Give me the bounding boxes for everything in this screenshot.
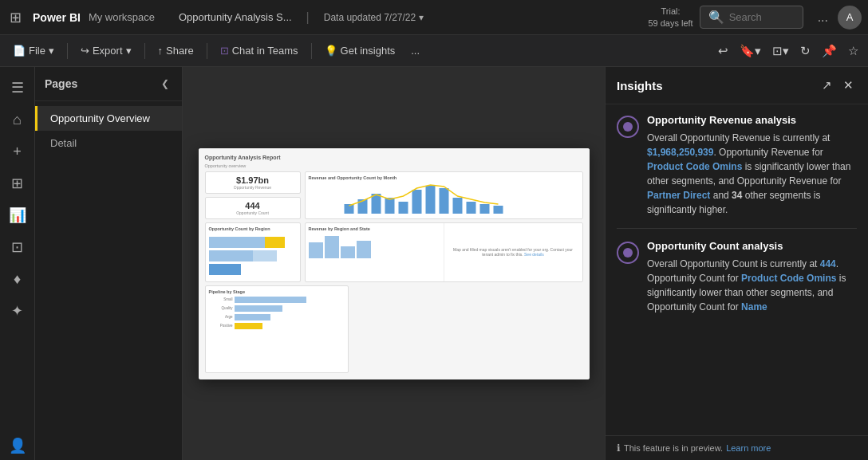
svg-rect-11 xyxy=(493,206,503,214)
insights-title: Insights xyxy=(617,79,663,92)
nav-menu-icon[interactable]: ☰ xyxy=(3,73,32,102)
svg-rect-16 xyxy=(209,264,241,275)
region-chart: Opportunity Count by Region xyxy=(205,222,301,282)
insights-body: Opportunity Revenue analysis Overall Opp… xyxy=(606,104,868,435)
nav-data-icon[interactable]: 📊 xyxy=(3,201,32,230)
insight-divider xyxy=(617,228,857,229)
nav-apps-icon[interactable]: ♦ xyxy=(3,265,32,293)
kpi-count-card: 444 Opportunity Count xyxy=(205,197,301,219)
nav-browse-icon[interactable]: ⊞ xyxy=(3,169,32,198)
pipeline-stage-chart: Pipeline by Stage Small Quality xyxy=(205,285,349,373)
search-icon: 🔍 xyxy=(708,10,724,25)
insight-card-revenue: Opportunity Revenue analysis Overall Opp… xyxy=(617,114,857,217)
insight-count-text: Overall Opportunity Count is currently a… xyxy=(647,257,857,314)
undo-button[interactable]: ↩ xyxy=(715,41,732,61)
info-icon: ℹ xyxy=(617,442,621,454)
bar-line-chart-svg xyxy=(309,182,579,215)
product-code-highlight: Product Code Omins xyxy=(647,161,742,172)
pages-panel: Pages ❮ Opportunity Overview Detail xyxy=(35,67,183,460)
report-mini-title: Opportunity Analysis Report xyxy=(205,155,583,160)
export-button[interactable]: ↪ Export ▾ xyxy=(74,41,138,60)
name-highlight: Name xyxy=(741,301,767,313)
insight-revenue-icon xyxy=(617,116,639,138)
toolbar-more-button[interactable]: ... xyxy=(404,41,426,60)
partner-direct-highlight: Partner Direct xyxy=(647,190,710,201)
insights-header: Insights ↗ ✕ xyxy=(606,67,868,104)
svg-rect-6 xyxy=(425,186,435,214)
export-icon: ↪ xyxy=(81,45,89,57)
right-charts: Revenue by Region and State Map and fill… xyxy=(305,222,583,282)
insight-revenue-heading: Opportunity Revenue analysis xyxy=(647,114,857,126)
nav-learn-icon[interactable]: ✦ xyxy=(3,297,32,325)
nav-home-icon[interactable]: ⌂ xyxy=(3,105,32,134)
revenue-month-chart: Revenue and Opportunity Count by Month xyxy=(305,171,583,219)
pages-collapse-button[interactable]: ❮ xyxy=(158,75,172,92)
title-separator: | xyxy=(306,10,310,25)
svg-rect-13 xyxy=(265,237,285,248)
pin-button[interactable]: 📌 xyxy=(819,41,840,61)
insights-close-button[interactable]: ✕ xyxy=(840,75,857,96)
toolbar: 📄 File ▾ ↪ Export ▾ ↑ Share ⊡ Chat in Te… xyxy=(0,35,868,67)
get-insights-button[interactable]: 💡 Get insights xyxy=(318,41,402,60)
pages-list: Opportunity Overview Detail xyxy=(35,101,182,160)
svg-rect-4 xyxy=(398,202,408,214)
chevron-down-icon[interactable]: ▾ xyxy=(419,12,424,23)
nav-create-icon[interactable]: + xyxy=(3,137,32,166)
svg-rect-12 xyxy=(209,237,265,248)
view-button[interactable]: ⊡▾ xyxy=(769,41,792,61)
insight-revenue-content: Opportunity Revenue analysis Overall Opp… xyxy=(647,114,857,217)
top-bar-actions: ... A xyxy=(815,6,862,29)
avatar[interactable]: A xyxy=(838,6,862,29)
app-name: Power BI xyxy=(33,11,81,24)
top-bar-left: ⊞ Power BI My workspace Opportunity Anal… xyxy=(6,6,424,29)
toolbar-separator-3 xyxy=(207,43,207,59)
canvas-area: Opportunity Analysis Report Opportunity … xyxy=(183,67,605,460)
kpi-revenue-card: $1.97bn Opportunity Revenue xyxy=(205,171,301,194)
file-button[interactable]: 📄 File ▾ xyxy=(6,41,61,60)
bookmark-button[interactable]: 🔖▾ xyxy=(736,41,764,61)
preview-info: ℹ This feature is in preview. Learn more xyxy=(617,442,771,454)
product-code-count-highlight: Product Code Omins xyxy=(741,273,836,284)
toolbar-separator-1 xyxy=(67,43,68,59)
grid-nav-icon[interactable]: ⊞ xyxy=(6,6,25,29)
report-mini-subtitle: Opportunity overview xyxy=(205,163,583,168)
workspace-label[interactable]: My workspace xyxy=(89,11,155,23)
share-icon: ↑ xyxy=(158,45,164,57)
insights-expand-button[interactable]: ↗ xyxy=(819,75,835,96)
svg-rect-14 xyxy=(209,250,253,261)
revenue-value-highlight: $1,968,250,939 xyxy=(647,147,713,158)
export-chevron-icon: ▾ xyxy=(126,45,132,57)
insight-card-count: Opportunity Count analysis Overall Oppor… xyxy=(617,240,857,314)
chat-teams-button[interactable]: ⊡ Chat in Teams xyxy=(214,41,305,60)
nav-profile-icon[interactable]: 👤 xyxy=(3,431,32,460)
toolbar-separator-2 xyxy=(144,43,145,59)
toolbar-separator-4 xyxy=(311,43,312,59)
page-item-opportunity-overview[interactable]: Opportunity Overview xyxy=(35,106,182,131)
pages-title: Pages xyxy=(45,77,77,90)
count-34: 34 xyxy=(732,190,742,201)
main-layout: ☰ ⌂ + ⊞ 📊 ⊡ ♦ ✦ 👤 Pages ❮ Opportunity Ov… xyxy=(0,67,868,460)
svg-rect-15 xyxy=(253,250,277,261)
insights-icon: 💡 xyxy=(325,45,337,57)
insight-count-icon-circle xyxy=(623,248,633,258)
count-value-highlight: 444 xyxy=(820,258,836,269)
nav-dashboard-icon[interactable]: ⊡ xyxy=(3,233,32,261)
bottom-charts: Pipeline by Stage Small Quality xyxy=(205,285,583,373)
side-nav: ☰ ⌂ + ⊞ 📊 ⊡ ♦ ✦ 👤 xyxy=(0,67,35,460)
search-input[interactable] xyxy=(729,11,801,23)
page-item-detail[interactable]: Detail xyxy=(35,131,182,155)
share-button[interactable]: ↑ Share xyxy=(152,41,200,60)
refresh-button[interactable]: ↻ xyxy=(797,41,814,61)
insight-count-icon xyxy=(617,242,639,264)
insights-header-actions: ↗ ✕ xyxy=(819,75,857,96)
insight-count-content: Opportunity Count analysis Overall Oppor… xyxy=(647,240,857,314)
favorite-button[interactable]: ☆ xyxy=(845,41,862,61)
revenue-region-chart: Revenue by Region and State Map and fill… xyxy=(305,222,583,282)
svg-rect-5 xyxy=(412,190,421,214)
insights-panel: Insights ↗ ✕ Opportunity Revenue analysi… xyxy=(605,67,868,460)
search-box[interactable]: 🔍 xyxy=(700,6,803,29)
preview-bar: ℹ This feature is in preview. Learn more xyxy=(606,435,868,460)
learn-more-link[interactable]: Learn more xyxy=(726,443,771,453)
insight-icon-circle xyxy=(623,122,633,132)
more-options-button[interactable]: ... xyxy=(815,7,831,28)
